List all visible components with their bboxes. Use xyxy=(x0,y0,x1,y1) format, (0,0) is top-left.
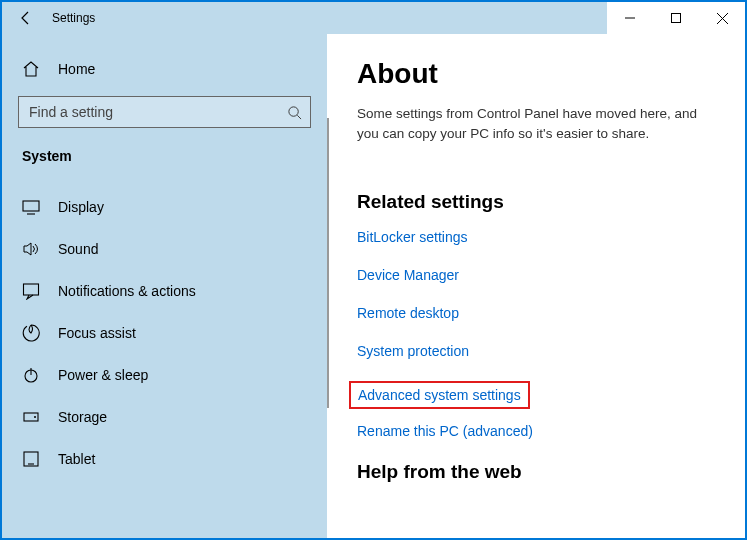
link-system-protection[interactable]: System protection xyxy=(357,343,469,359)
nav-label: Display xyxy=(58,199,104,215)
nav-label: Focus assist xyxy=(58,325,136,341)
minimize-button[interactable] xyxy=(607,2,653,34)
nav-label: Tablet xyxy=(58,451,95,467)
home-icon xyxy=(22,60,40,78)
help-heading: Help from the web xyxy=(357,461,721,483)
search-input[interactable] xyxy=(18,96,311,128)
svg-rect-8 xyxy=(24,284,39,295)
titlebar: Settings xyxy=(2,2,745,34)
sidebar-item-storage[interactable]: Storage xyxy=(2,396,327,438)
main-content: About Some settings from Control Panel h… xyxy=(327,34,745,538)
sidebar-item-display[interactable]: Display xyxy=(2,186,327,228)
window-title: Settings xyxy=(52,11,95,25)
sidebar-item-notifications[interactable]: Notifications & actions xyxy=(2,270,327,312)
sound-icon xyxy=(22,240,40,258)
nav-label: Power & sleep xyxy=(58,367,148,383)
scrollbar-indicator[interactable] xyxy=(327,118,329,408)
maximize-button[interactable] xyxy=(653,2,699,34)
svg-line-5 xyxy=(297,115,301,119)
tablet-icon xyxy=(22,450,40,468)
storage-icon xyxy=(22,408,40,426)
home-nav[interactable]: Home xyxy=(2,52,327,86)
window-controls xyxy=(607,2,745,34)
sidebar: Home System Display Sound xyxy=(2,34,327,538)
home-label: Home xyxy=(58,61,95,77)
svg-rect-6 xyxy=(23,201,39,211)
nav-label: Storage xyxy=(58,409,107,425)
sidebar-item-sound[interactable]: Sound xyxy=(2,228,327,270)
nav-label: Notifications & actions xyxy=(58,283,196,299)
link-bitlocker[interactable]: BitLocker settings xyxy=(357,229,468,245)
page-description: Some settings from Control Panel have mo… xyxy=(357,104,717,143)
close-button[interactable] xyxy=(699,2,745,34)
link-remote-desktop[interactable]: Remote desktop xyxy=(357,305,459,321)
focus-icon xyxy=(22,324,40,342)
sidebar-item-focus[interactable]: Focus assist xyxy=(2,312,327,354)
search-icon xyxy=(285,103,303,121)
notifications-icon xyxy=(22,282,40,300)
back-button[interactable] xyxy=(18,10,34,26)
related-settings-heading: Related settings xyxy=(357,191,721,213)
display-icon xyxy=(22,198,40,216)
category-header: System xyxy=(2,142,327,186)
svg-point-12 xyxy=(34,416,36,418)
svg-point-4 xyxy=(288,106,297,115)
sidebar-item-power[interactable]: Power & sleep xyxy=(2,354,327,396)
search-wrap xyxy=(18,96,311,128)
sidebar-item-tablet[interactable]: Tablet xyxy=(2,438,327,480)
link-advanced-system-settings[interactable]: Advanced system settings xyxy=(358,387,521,403)
nav-label: Sound xyxy=(58,241,98,257)
page-title: About xyxy=(357,58,721,90)
settings-window: Settings Home xyxy=(0,0,747,540)
svg-rect-1 xyxy=(672,14,681,23)
link-rename-pc[interactable]: Rename this PC (advanced) xyxy=(357,423,533,439)
link-device-manager[interactable]: Device Manager xyxy=(357,267,459,283)
power-icon xyxy=(22,366,40,384)
highlight-box: Advanced system settings xyxy=(349,381,530,409)
